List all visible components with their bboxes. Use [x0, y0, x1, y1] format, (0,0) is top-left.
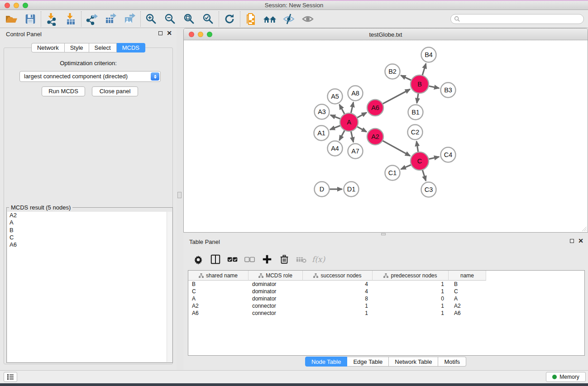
table-cell[interactable]: 1 — [373, 281, 449, 288]
table-row[interactable]: A6connector11A6 — [188, 310, 584, 317]
table-cell[interactable]: 8 — [303, 295, 373, 302]
node-D1[interactable]: D1 — [344, 182, 359, 197]
deselect-all-icon[interactable] — [244, 254, 255, 265]
edge-A-A2[interactable] — [357, 127, 367, 132]
delete-columns-icon[interactable] — [278, 254, 290, 265]
export-image-icon[interactable] — [120, 11, 139, 27]
table-cell[interactable]: 1 — [373, 302, 449, 310]
node-A8[interactable]: A8 — [348, 86, 363, 101]
table-row[interactable]: Adominator80A — [188, 295, 584, 302]
table-cell[interactable]: dominator — [249, 281, 303, 288]
result-item[interactable]: A — [7, 219, 172, 226]
zoom-out-icon[interactable] — [161, 11, 180, 27]
close-panel-icon[interactable]: ✕ — [578, 238, 583, 243]
table-row[interactable]: Bdominator41B — [188, 281, 584, 288]
zoom-fit-icon[interactable] — [180, 11, 199, 27]
edge-A6-B[interactable] — [382, 89, 410, 104]
node-A5[interactable]: A5 — [328, 89, 343, 104]
table-row[interactable]: Cdominator41C — [188, 288, 584, 295]
node-C2[interactable]: C2 — [408, 125, 423, 140]
node-B3[interactable]: B3 — [441, 83, 456, 98]
tab-node-table[interactable]: Node Table — [305, 357, 348, 367]
edge-A-A6[interactable] — [357, 113, 367, 118]
table-options-icon[interactable] — [192, 254, 204, 265]
function-builder-icon[interactable]: f(x) — [313, 254, 324, 265]
memory-button[interactable]: Memory — [546, 372, 586, 382]
table-cell[interactable]: A6 — [449, 310, 486, 317]
table-cell[interactable]: C — [449, 288, 486, 295]
panel-divider-vertical[interactable] — [177, 28, 183, 370]
edge-C-C3[interactable] — [422, 170, 426, 181]
node-C1[interactable]: C1 — [385, 166, 400, 181]
node-A4[interactable]: A4 — [328, 141, 343, 156]
search-input[interactable] — [450, 14, 584, 24]
table-cell[interactable]: 4 — [303, 288, 373, 295]
edge-A-A1[interactable] — [330, 125, 340, 129]
node-A2[interactable]: A2 — [367, 129, 383, 145]
save-session-icon[interactable] — [21, 11, 40, 27]
edge-A2-C[interactable] — [382, 141, 410, 156]
refresh-styles-icon[interactable] — [220, 11, 239, 27]
result-item[interactable]: B — [7, 227, 172, 234]
edge-B-B1[interactable] — [417, 93, 418, 103]
float-panel-icon[interactable] — [158, 31, 163, 35]
table-cell[interactable]: A — [188, 295, 249, 302]
table-cell[interactable]: 0 — [373, 295, 449, 302]
table-cell[interactable]: A6 — [188, 310, 249, 317]
tab-motifs[interactable]: Motifs — [438, 357, 466, 367]
column-header-predecessor-nodes[interactable]: predecessor nodes — [373, 271, 449, 281]
export-table-icon[interactable] — [101, 11, 120, 27]
divider-handle[interactable] — [177, 192, 182, 198]
tab-select[interactable]: Select — [89, 43, 117, 52]
table-cell[interactable]: 1 — [303, 310, 373, 317]
edge-A-A5[interactable] — [339, 105, 345, 114]
edge-A-A7[interactable] — [351, 131, 353, 142]
close-panel-button[interactable]: Close panel — [92, 86, 138, 96]
node-table[interactable]: shared nameMCDS rolesuccessor nodesprede… — [188, 270, 585, 356]
first-neighbors-icon[interactable] — [260, 11, 279, 27]
export-network-icon[interactable] — [82, 11, 101, 27]
table-cell[interactable]: C — [188, 288, 249, 295]
edge-C-C4[interactable] — [429, 157, 439, 159]
import-network-icon[interactable] — [42, 11, 61, 27]
node-C3[interactable]: C3 — [421, 182, 436, 197]
result-list-scrollbar[interactable] — [167, 212, 172, 362]
node-A7[interactable]: A7 — [348, 144, 363, 159]
node-B[interactable]: B — [411, 75, 429, 93]
edge-B-B2[interactable] — [401, 76, 411, 81]
edge-C-C1[interactable] — [401, 165, 411, 169]
float-panel-icon[interactable] — [570, 239, 574, 243]
table-cell[interactable]: 1 — [303, 302, 373, 310]
node-B2[interactable]: B2 — [385, 64, 400, 79]
network-from-selection-icon[interactable] — [241, 11, 260, 27]
result-item[interactable]: A6 — [7, 241, 172, 248]
table-cell[interactable]: A — [449, 295, 486, 302]
edge-B-B4[interactable] — [422, 64, 426, 76]
select-all-icon[interactable] — [227, 254, 238, 265]
result-item[interactable]: C — [7, 234, 172, 241]
tab-network-table[interactable]: Network Table — [389, 357, 438, 367]
hide-graphics-details-icon[interactable] — [279, 11, 298, 27]
dropdown-stepper-icon[interactable] — [151, 72, 159, 81]
result-item[interactable]: A2 — [7, 212, 172, 219]
edge-B-B3[interactable] — [429, 86, 439, 88]
delete-table-icon[interactable] — [296, 254, 307, 265]
tab-style[interactable]: Style — [65, 43, 89, 52]
window-resize-grip[interactable] — [581, 226, 587, 232]
run-mcds-button[interactable]: Run MCDS — [42, 86, 85, 96]
close-panel-icon[interactable]: ✕ — [167, 31, 172, 35]
column-layout-icon[interactable] — [210, 254, 221, 265]
add-column-icon[interactable] — [261, 254, 272, 265]
import-table-icon[interactable] — [61, 11, 80, 27]
task-history-button[interactable] — [4, 372, 17, 382]
column-header-MCDS-role[interactable]: MCDS role — [249, 271, 303, 281]
node-D[interactable]: D — [315, 182, 330, 197]
show-graphics-details-icon[interactable] — [298, 11, 317, 27]
zoom-selected-icon[interactable] — [199, 11, 218, 27]
edge-A-A8[interactable] — [351, 102, 353, 113]
edge-C-C2[interactable] — [416, 141, 418, 152]
node-C4[interactable]: C4 — [441, 148, 456, 162]
node-A6[interactable]: A6 — [367, 100, 383, 116]
column-header-shared-name[interactable]: shared name — [188, 271, 249, 281]
zoom-in-icon[interactable] — [142, 11, 161, 27]
